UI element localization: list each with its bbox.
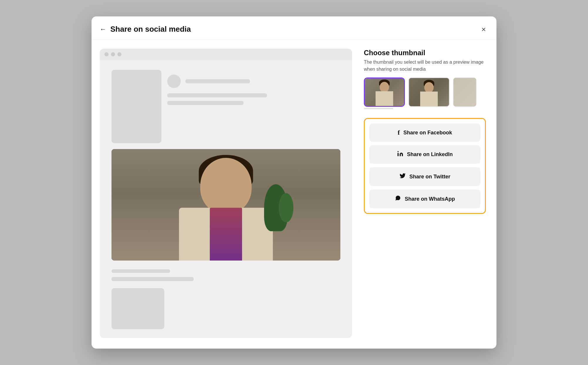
share-facebook-label: Share on Facebook (403, 130, 452, 136)
thumbnail-1[interactable] (364, 77, 405, 107)
skeleton-line-3 (167, 101, 244, 105)
thumbnail-1-image (365, 78, 404, 106)
browser-dot-1 (104, 52, 109, 56)
share-whatsapp-label: Share on WhatsApp (405, 196, 455, 202)
back-icon: ← (100, 26, 106, 33)
skeleton-left-block (111, 70, 161, 143)
browser-content (100, 60, 352, 338)
share-linkedin-label: Share on LinkedIn (407, 151, 453, 158)
share-linkedin-button[interactable]: Share on LinkedIn (369, 145, 480, 164)
thumbnail-row (364, 77, 486, 107)
skeleton-avatar (167, 75, 181, 88)
browser-two-col (111, 70, 340, 143)
linkedin-icon (397, 151, 403, 158)
share-buttons-container: f Share on Facebook Share on LinkedIn (364, 118, 486, 214)
thumbnail-description: The thumbnail you select will be used as… (364, 59, 486, 73)
close-button[interactable]: × (481, 26, 486, 33)
modal-header: ← Share on social media × (92, 16, 496, 40)
skeleton-bottom (111, 266, 340, 281)
thumbnail-scroll-indicator (364, 108, 393, 109)
browser-dot-3 (117, 52, 121, 56)
browser-skeleton-row (167, 75, 340, 88)
video-preview (111, 149, 340, 261)
twitter-icon (399, 173, 406, 181)
svg-point-1 (398, 151, 399, 152)
svg-rect-0 (398, 153, 399, 156)
share-facebook-button[interactable]: f Share on Facebook (369, 124, 480, 142)
thumbnail-3[interactable] (453, 77, 477, 107)
modal-body: Choose thumbnail The thumbnail you selec… (92, 40, 496, 349)
back-button[interactable]: ← (100, 26, 106, 33)
facebook-icon: f (398, 129, 400, 136)
share-twitter-button[interactable]: Share on Twitter (369, 167, 480, 186)
video-placeholder (111, 149, 340, 261)
modal-title: Share on social media (110, 25, 191, 34)
share-modal: ← Share on social media × (92, 16, 496, 349)
thumbnail-title: Choose thumbnail (364, 49, 486, 57)
close-icon: × (481, 25, 486, 34)
thumbnail-2[interactable] (408, 77, 450, 107)
browser-dot-2 (111, 52, 115, 56)
skeleton-bottom-line (111, 277, 194, 281)
thumbnail-section: Choose thumbnail The thumbnail you selec… (364, 49, 486, 112)
skeleton-line-2 (167, 93, 267, 97)
browser-mockup (100, 49, 352, 338)
share-twitter-label: Share on Twitter (409, 174, 450, 180)
skeleton-name-lines (185, 79, 250, 83)
thumbnail-3-image (454, 78, 476, 106)
header-left: ← Share on social media (100, 25, 191, 34)
browser-bar (100, 49, 352, 60)
whatsapp-icon (395, 195, 401, 203)
share-whatsapp-button[interactable]: Share on WhatsApp (369, 190, 480, 208)
thumbnail-2-image (409, 78, 449, 106)
skeleton-progress-bar (111, 269, 170, 273)
right-panel: Choose thumbnail The thumbnail you selec… (364, 49, 486, 338)
skeleton-bottom-block (111, 288, 164, 329)
skeleton-line-1 (185, 79, 250, 83)
